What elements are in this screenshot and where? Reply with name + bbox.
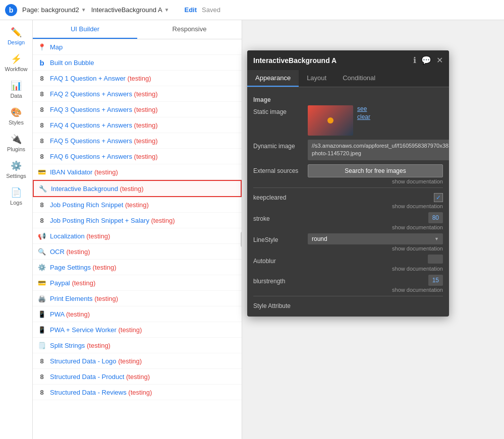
settings-icon: ⚙️ xyxy=(11,160,22,171)
list-item[interactable]: 8 FAQ 1 Question + Answer (testing) xyxy=(33,71,242,86)
plugin-icon: 8 xyxy=(38,152,46,160)
divider-1 xyxy=(253,187,443,188)
list-item[interactable]: b Built on Bubble xyxy=(33,55,242,71)
list-item[interactable]: ⚙️ Page Settings (testing) xyxy=(33,260,242,275)
logo: b xyxy=(5,4,17,16)
list-item-label: Page Settings (testing) xyxy=(50,264,117,271)
external-sources-label: External sources xyxy=(253,164,304,174)
list-item[interactable]: 8 Structured Data - Logo (testing) xyxy=(33,353,242,369)
tab-conditional[interactable]: Conditional xyxy=(334,70,383,87)
list-item-label: Map xyxy=(50,43,63,51)
list-item[interactable]: 📱 PWA + Service Worker (testing) xyxy=(33,322,242,338)
component-selector[interactable]: InteractiveBackground A ▼ xyxy=(91,6,170,14)
linestyle-select[interactable]: round butt square xyxy=(308,233,443,244)
list-item-label: Job Posting Rich Snippet + Salary (testi… xyxy=(50,217,175,224)
sidebar-item-design[interactable]: ✏️ Design xyxy=(0,23,32,49)
show-doc-4[interactable]: show documentation xyxy=(253,245,443,252)
plugin-icon: 8 xyxy=(38,201,46,209)
plugin-icon: 8 xyxy=(38,121,46,129)
show-doc-1[interactable]: show documentation xyxy=(253,178,443,184)
pwa-icon: 📱 xyxy=(38,310,46,318)
list-item[interactable]: 📱 PWA (testing) xyxy=(33,306,242,322)
list-item-label: FAQ 1 Question + Answer (testing) xyxy=(50,75,151,82)
plugin-icon: 8 xyxy=(38,388,46,396)
blurstrength-row: blurstrength 15 xyxy=(253,275,443,286)
interactive-bg-icon: 🔧 xyxy=(39,184,47,193)
list-item[interactable]: 8 Structured Data - Reviews (testing) xyxy=(33,385,242,400)
list-item[interactable]: 💳 Paypal (testing) xyxy=(33,275,242,291)
static-image-label: Static image xyxy=(253,105,304,115)
show-doc-5[interactable]: show documentation xyxy=(253,266,443,272)
icon-sidebar: ✏️ Design ⚡ Workflow 📊 Data 🎨 Styles 🔌 P… xyxy=(0,20,33,439)
sidebar-item-styles[interactable]: 🎨 Styles xyxy=(0,103,32,130)
list-item[interactable]: 8 Structured Data - Product (testing) xyxy=(33,369,242,385)
dynamic-image-url: //s3.amazonaws.com/appforest_uf/f1605958… xyxy=(308,140,449,160)
sidebar-item-plugins[interactable]: 🔌 Plugins xyxy=(0,130,32,156)
keepcleared-checkbox[interactable]: ✓ xyxy=(434,193,443,202)
list-item[interactable]: 8 FAQ 2 Questions + Answers (testing) xyxy=(33,86,242,102)
see-link[interactable]: see xyxy=(357,105,370,112)
page-dropdown-arrow[interactable]: ▼ xyxy=(81,7,86,13)
plugin-icon: 8 xyxy=(38,105,46,113)
sidebar-item-workflow[interactable]: ⚡ Workflow xyxy=(0,49,32,76)
list-item[interactable]: 🗒️ Split Strings (testing) xyxy=(33,338,242,353)
list-item[interactable]: 8 FAQ 5 Questions + Answers (testing) xyxy=(33,133,242,149)
tab-ui-builder[interactable]: UI Builder xyxy=(33,20,137,39)
stroke-label: stroke xyxy=(253,212,304,222)
split-icon: 🗒️ xyxy=(38,341,46,349)
list-item[interactable]: 🔍 OCR (testing) xyxy=(33,244,242,260)
dynamic-image-label: Dynamic image xyxy=(253,140,304,150)
external-sources-row: External sources Search for free images xyxy=(253,164,443,177)
list-item[interactable]: 8 FAQ 3 Questions + Answers (testing) xyxy=(33,102,242,117)
tab-responsive[interactable]: Responsive xyxy=(137,20,242,39)
list-item[interactable]: 8 FAQ 4 Questions + Answers (testing) xyxy=(33,117,242,133)
component-dropdown-arrow[interactable]: ▼ xyxy=(164,7,170,13)
list-item-label: Paypal (testing) xyxy=(50,279,95,287)
paypal-icon: 💳 xyxy=(38,279,46,287)
tab-layout[interactable]: Layout xyxy=(299,70,334,87)
close-icon[interactable]: ✕ xyxy=(436,55,443,65)
stroke-value: 80 xyxy=(308,212,443,223)
list-item[interactable]: 💳 IBAN Validator (testing) xyxy=(33,164,242,180)
stroke-input[interactable]: 80 xyxy=(428,212,443,223)
list-item-label: FAQ 5 Questions + Answers (testing) xyxy=(50,137,158,145)
ocr-icon: 🔍 xyxy=(38,247,46,256)
modal-tabs: Appearance Layout Conditional xyxy=(247,70,449,87)
sidebar-item-settings[interactable]: ⚙️ Settings xyxy=(0,156,32,183)
search-free-images-button[interactable]: Search for free images xyxy=(308,164,443,177)
list-item[interactable]: 📢 Localization (testing) xyxy=(33,228,242,244)
map-icon: 📍 xyxy=(38,43,46,51)
blurstrength-value: 15 xyxy=(308,275,443,286)
static-image-value: see clear xyxy=(308,105,443,136)
pagesettings-icon: ⚙️ xyxy=(38,263,46,271)
info-icon[interactable]: ℹ xyxy=(413,55,416,65)
list-item[interactable]: 8 Job Posting Rich Snippet (testing) xyxy=(33,197,242,213)
sidebar-item-data[interactable]: 📊 Data xyxy=(0,76,32,103)
autoblur-toggle[interactable] xyxy=(428,255,443,264)
show-doc-2[interactable]: show documentation xyxy=(253,203,443,209)
show-doc-3[interactable]: show documentation xyxy=(253,224,443,230)
comment-icon[interactable]: 💬 xyxy=(421,55,431,65)
list-item-label: Split Strings (testing) xyxy=(50,342,110,349)
sidebar-label-design: Design xyxy=(8,39,25,45)
list-item[interactable]: 📍 Map xyxy=(33,39,242,55)
tab-appearance[interactable]: Appearance xyxy=(247,70,299,87)
collapse-handle[interactable]: ◀ xyxy=(241,232,242,247)
keepcleared-row: keepcleared ✓ xyxy=(253,191,443,202)
list-item-label: FAQ 3 Questions + Answers (testing) xyxy=(50,106,158,113)
clear-link[interactable]: clear xyxy=(357,113,370,120)
show-doc-6[interactable]: show documentation xyxy=(253,287,443,293)
page-selector[interactable]: Page: background2 ▼ xyxy=(22,6,86,14)
blurstrength-input[interactable]: 15 xyxy=(428,275,443,286)
image-dot xyxy=(327,117,333,123)
sidebar-label-workflow: Workflow xyxy=(5,66,27,72)
edit-button[interactable]: Edit xyxy=(185,6,197,14)
static-image-row: Static image see clear xyxy=(253,105,443,136)
list-item[interactable]: 8 FAQ 6 Questions + Answers (testing) xyxy=(33,149,242,164)
list-item-interactive-bg[interactable]: 🔧 Interactive Background (testing) xyxy=(33,180,242,197)
list-item[interactable]: 🖨️ Print Elements (testing) xyxy=(33,291,242,306)
list-item[interactable]: 8 Job Posting Rich Snippet + Salary (tes… xyxy=(33,213,242,228)
workflow-icon: ⚡ xyxy=(11,53,22,65)
image-thumbnail[interactable] xyxy=(308,105,353,136)
sidebar-item-logs[interactable]: 📄 Logs xyxy=(0,183,32,210)
